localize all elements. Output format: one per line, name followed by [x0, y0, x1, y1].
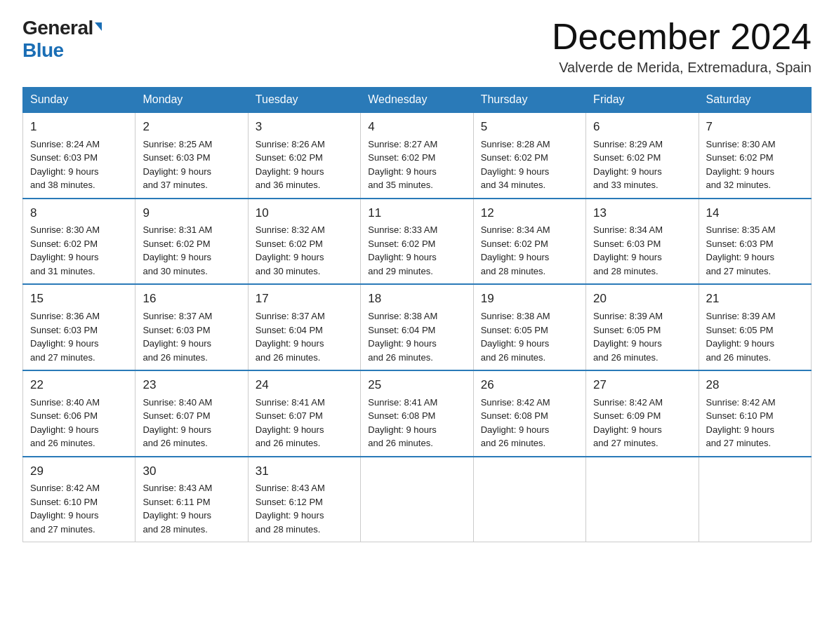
day-number: 13	[593, 205, 691, 222]
day-info: Sunrise: 8:32 AMSunset: 6:02 PMDaylight:…	[256, 223, 353, 278]
day-info: Sunrise: 8:34 AMSunset: 6:02 PMDaylight:…	[481, 223, 578, 278]
day-info: Sunrise: 8:38 AMSunset: 6:05 PMDaylight:…	[481, 309, 578, 364]
week-row-3: 15Sunrise: 8:36 AMSunset: 6:03 PMDayligh…	[23, 284, 812, 370]
day-number: 3	[256, 119, 353, 136]
location-subtitle: Valverde de Merida, Extremadura, Spain	[552, 60, 812, 76]
logo: General Blue	[22, 17, 102, 62]
calendar-cell: 20Sunrise: 8:39 AMSunset: 6:05 PMDayligh…	[586, 284, 699, 370]
day-number: 23	[143, 377, 240, 394]
calendar-cell: 15Sunrise: 8:36 AMSunset: 6:03 PMDayligh…	[23, 284, 135, 370]
calendar-cell: 18Sunrise: 8:38 AMSunset: 6:04 PMDayligh…	[361, 284, 473, 370]
weekday-header-wednesday: Wednesday	[361, 88, 473, 113]
day-info: Sunrise: 8:40 AMSunset: 6:07 PMDaylight:…	[143, 396, 240, 450]
day-number: 25	[368, 377, 465, 394]
week-row-4: 22Sunrise: 8:40 AMSunset: 6:06 PMDayligh…	[23, 370, 812, 457]
calendar-table: SundayMondayTuesdayWednesdayThursdayFrid…	[22, 87, 812, 542]
day-number: 16	[143, 290, 240, 308]
weekday-header-saturday: Saturday	[699, 88, 811, 113]
day-info: Sunrise: 8:28 AMSunset: 6:02 PMDaylight:…	[481, 137, 578, 192]
day-info: Sunrise: 8:36 AMSunset: 6:03 PMDaylight:…	[30, 309, 128, 364]
day-info: Sunrise: 8:33 AMSunset: 6:02 PMDaylight:…	[368, 223, 465, 278]
day-number: 12	[481, 205, 578, 222]
calendar-cell: 24Sunrise: 8:41 AMSunset: 6:07 PMDayligh…	[248, 370, 360, 457]
logo-general-text: General	[22, 17, 93, 39]
weekday-header-row: SundayMondayTuesdayWednesdayThursdayFrid…	[23, 88, 812, 113]
calendar-cell: 27Sunrise: 8:42 AMSunset: 6:09 PMDayligh…	[586, 370, 699, 457]
day-info: Sunrise: 8:42 AMSunset: 6:09 PMDaylight:…	[593, 396, 691, 450]
day-number: 2	[143, 119, 240, 136]
day-info: Sunrise: 8:39 AMSunset: 6:05 PMDaylight:…	[593, 309, 691, 364]
day-info: Sunrise: 8:41 AMSunset: 6:08 PMDaylight:…	[368, 396, 465, 450]
weekday-header-thursday: Thursday	[473, 88, 585, 113]
day-info: Sunrise: 8:38 AMSunset: 6:04 PMDaylight:…	[368, 309, 465, 364]
calendar-cell: 21Sunrise: 8:39 AMSunset: 6:05 PMDayligh…	[699, 284, 811, 370]
page-header: General Blue December 2024 Valverde de M…	[22, 17, 812, 76]
day-number: 27	[593, 377, 691, 394]
weekday-header-monday: Monday	[135, 88, 248, 113]
calendar-cell	[586, 457, 699, 542]
day-number: 26	[481, 377, 578, 394]
day-info: Sunrise: 8:43 AMSunset: 6:11 PMDaylight:…	[143, 481, 240, 536]
day-info: Sunrise: 8:42 AMSunset: 6:10 PMDaylight:…	[30, 481, 128, 536]
calendar-cell: 25Sunrise: 8:41 AMSunset: 6:08 PMDayligh…	[361, 370, 473, 457]
calendar-cell: 1Sunrise: 8:24 AMSunset: 6:03 PMDaylight…	[23, 112, 135, 199]
calendar-cell: 12Sunrise: 8:34 AMSunset: 6:02 PMDayligh…	[473, 199, 585, 285]
weekday-header-sunday: Sunday	[23, 88, 135, 113]
day-info: Sunrise: 8:26 AMSunset: 6:02 PMDaylight:…	[256, 137, 353, 192]
month-title: December 2024	[552, 17, 812, 57]
logo-blue-text: Blue	[22, 39, 64, 62]
day-info: Sunrise: 8:24 AMSunset: 6:03 PMDaylight:…	[30, 137, 128, 192]
day-number: 28	[706, 377, 804, 394]
day-number: 4	[368, 119, 465, 136]
calendar-cell	[473, 457, 585, 542]
calendar-cell: 9Sunrise: 8:31 AMSunset: 6:02 PMDaylight…	[135, 199, 248, 285]
day-number: 8	[30, 205, 128, 222]
day-info: Sunrise: 8:37 AMSunset: 6:04 PMDaylight:…	[256, 309, 353, 364]
calendar-cell: 2Sunrise: 8:25 AMSunset: 6:03 PMDaylight…	[135, 112, 248, 199]
day-number: 1	[30, 119, 128, 136]
calendar-cell: 19Sunrise: 8:38 AMSunset: 6:05 PMDayligh…	[473, 284, 585, 370]
calendar-cell: 14Sunrise: 8:35 AMSunset: 6:03 PMDayligh…	[699, 199, 811, 285]
calendar-cell: 17Sunrise: 8:37 AMSunset: 6:04 PMDayligh…	[248, 284, 360, 370]
day-info: Sunrise: 8:25 AMSunset: 6:03 PMDaylight:…	[143, 137, 240, 192]
calendar-cell: 8Sunrise: 8:30 AMSunset: 6:02 PMDaylight…	[23, 199, 135, 285]
day-info: Sunrise: 8:29 AMSunset: 6:02 PMDaylight:…	[593, 137, 691, 192]
day-info: Sunrise: 8:34 AMSunset: 6:03 PMDaylight:…	[593, 223, 691, 278]
day-number: 17	[256, 290, 353, 308]
day-number: 19	[481, 290, 578, 308]
day-number: 5	[481, 119, 578, 136]
title-area: December 2024 Valverde de Merida, Extrem…	[552, 17, 812, 76]
day-number: 9	[143, 205, 240, 222]
day-info: Sunrise: 8:40 AMSunset: 6:06 PMDaylight:…	[30, 396, 128, 450]
week-row-1: 1Sunrise: 8:24 AMSunset: 6:03 PMDaylight…	[23, 112, 812, 199]
day-info: Sunrise: 8:27 AMSunset: 6:02 PMDaylight:…	[368, 137, 465, 192]
day-number: 10	[256, 205, 353, 222]
day-info: Sunrise: 8:31 AMSunset: 6:02 PMDaylight:…	[143, 223, 240, 278]
calendar-cell: 31Sunrise: 8:43 AMSunset: 6:12 PMDayligh…	[248, 457, 360, 542]
day-number: 22	[30, 377, 128, 394]
day-info: Sunrise: 8:42 AMSunset: 6:08 PMDaylight:…	[481, 396, 578, 450]
calendar-cell	[699, 457, 811, 542]
week-row-5: 29Sunrise: 8:42 AMSunset: 6:10 PMDayligh…	[23, 457, 812, 542]
calendar-cell: 23Sunrise: 8:40 AMSunset: 6:07 PMDayligh…	[135, 370, 248, 457]
calendar-cell: 5Sunrise: 8:28 AMSunset: 6:02 PMDaylight…	[473, 112, 585, 199]
calendar-cell: 4Sunrise: 8:27 AMSunset: 6:02 PMDaylight…	[361, 112, 473, 199]
day-number: 30	[143, 463, 240, 481]
calendar-cell: 22Sunrise: 8:40 AMSunset: 6:06 PMDayligh…	[23, 370, 135, 457]
day-info: Sunrise: 8:30 AMSunset: 6:02 PMDaylight:…	[30, 223, 128, 278]
day-number: 15	[30, 290, 128, 308]
day-info: Sunrise: 8:39 AMSunset: 6:05 PMDaylight:…	[706, 309, 804, 364]
day-number: 24	[256, 377, 353, 394]
day-info: Sunrise: 8:42 AMSunset: 6:10 PMDaylight:…	[706, 396, 804, 450]
calendar-cell: 7Sunrise: 8:30 AMSunset: 6:02 PMDaylight…	[699, 112, 811, 199]
day-number: 7	[706, 119, 804, 136]
day-number: 20	[593, 290, 691, 308]
day-number: 18	[368, 290, 465, 308]
calendar-cell: 26Sunrise: 8:42 AMSunset: 6:08 PMDayligh…	[473, 370, 585, 457]
calendar-cell: 16Sunrise: 8:37 AMSunset: 6:03 PMDayligh…	[135, 284, 248, 370]
logo-arrow-icon	[95, 22, 102, 31]
day-number: 6	[593, 119, 691, 136]
day-info: Sunrise: 8:43 AMSunset: 6:12 PMDaylight:…	[256, 481, 353, 536]
calendar-cell: 30Sunrise: 8:43 AMSunset: 6:11 PMDayligh…	[135, 457, 248, 542]
day-number: 21	[706, 290, 804, 308]
